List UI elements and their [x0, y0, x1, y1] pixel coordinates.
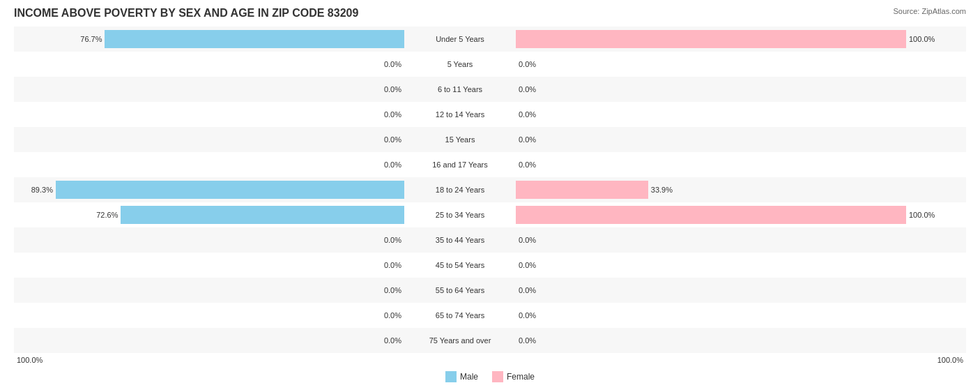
- male-value: 0.0%: [384, 85, 401, 93]
- right-section: 100.0%: [516, 27, 906, 52]
- male-bar: 76.7%: [105, 30, 404, 48]
- age-label: 15 Years: [404, 135, 516, 144]
- bar-row: 72.6%25 to 34 Years100.0%: [14, 202, 966, 227]
- bar-row: 0.0%65 to 74 Years0.0%: [14, 303, 966, 328]
- legend-female-box: [492, 371, 503, 382]
- female-bar: 100.0%: [516, 30, 906, 48]
- bar-row: 0.0%55 to 64 Years0.0%: [14, 278, 966, 303]
- left-section: 0.0%: [14, 303, 404, 328]
- bottom-right-label: 100.0%: [544, 356, 966, 364]
- chart-area: 76.7%Under 5 Years100.0%0.0%5 Years0.0%0…: [14, 27, 966, 353]
- bar-row: 76.7%Under 5 Years100.0%: [14, 27, 966, 52]
- legend-male-label: Male: [460, 372, 478, 382]
- right-section: 33.9%: [516, 177, 906, 202]
- female-bar: 100.0%: [516, 206, 906, 224]
- female-value: 0.0%: [519, 311, 536, 320]
- female-value: 0.0%: [519, 135, 536, 144]
- male-bar: 89.3%: [56, 181, 404, 199]
- male-bar: 72.6%: [121, 206, 404, 224]
- left-section: 72.6%: [14, 202, 404, 227]
- male-value: 76.7%: [80, 35, 102, 43]
- legend: Male Female: [14, 371, 966, 382]
- right-section: 0.0%: [516, 227, 906, 253]
- female-value: 100.0%: [909, 35, 935, 43]
- right-section: 0.0%: [516, 102, 906, 127]
- female-value: 0.0%: [519, 110, 536, 119]
- age-label: 12 to 14 Years: [404, 110, 516, 119]
- female-bar: 33.9%: [516, 181, 648, 199]
- right-section: 0.0%: [516, 328, 906, 353]
- right-section: 100.0%: [516, 202, 906, 227]
- legend-male: Male: [445, 371, 478, 382]
- bar-row: 0.0%16 and 17 Years0.0%: [14, 152, 966, 177]
- male-value: 89.3%: [31, 186, 53, 194]
- legend-female-label: Female: [507, 372, 535, 382]
- male-value: 72.6%: [96, 211, 118, 219]
- chart-title: INCOME ABOVE POVERTY BY SEX AND AGE IN Z…: [14, 7, 358, 20]
- legend-male-box: [445, 371, 457, 382]
- age-label: 16 and 17 Years: [404, 160, 516, 169]
- male-value: 0.0%: [384, 261, 401, 269]
- bar-row: 0.0%45 to 54 Years0.0%: [14, 253, 966, 278]
- left-section: 0.0%: [14, 278, 404, 303]
- age-label: 45 to 54 Years: [404, 261, 516, 269]
- left-section: 0.0%: [14, 253, 404, 278]
- male-value: 0.0%: [384, 135, 401, 144]
- age-label: 75 Years and over: [404, 336, 516, 345]
- bar-row: 0.0%15 Years0.0%: [14, 127, 966, 152]
- age-label: 6 to 11 Years: [404, 85, 516, 93]
- left-section: 0.0%: [14, 227, 404, 253]
- right-section: 0.0%: [516, 77, 906, 102]
- male-value: 0.0%: [384, 336, 401, 345]
- bar-row: 89.3%18 to 24 Years33.9%: [14, 177, 966, 202]
- female-value: 0.0%: [519, 236, 536, 244]
- bar-row: 0.0%35 to 44 Years0.0%: [14, 227, 966, 253]
- female-value: 100.0%: [909, 211, 935, 219]
- female-value: 0.0%: [519, 261, 536, 269]
- female-value: 0.0%: [519, 60, 536, 68]
- bottom-axis: 100.0% 100.0%: [14, 356, 966, 364]
- age-label: 55 to 64 Years: [404, 286, 516, 294]
- bar-row: 0.0%5 Years0.0%: [14, 52, 966, 77]
- left-section: 0.0%: [14, 102, 404, 127]
- male-value: 0.0%: [384, 110, 401, 119]
- female-value: 0.0%: [519, 85, 536, 93]
- right-section: 0.0%: [516, 152, 906, 177]
- age-label: 18 to 24 Years: [404, 186, 516, 194]
- male-value: 0.0%: [384, 60, 401, 68]
- left-section: 0.0%: [14, 77, 404, 102]
- left-section: 0.0%: [14, 127, 404, 152]
- male-value: 0.0%: [384, 286, 401, 294]
- age-label: 65 to 74 Years: [404, 311, 516, 320]
- age-label: Under 5 Years: [404, 35, 516, 43]
- left-section: 0.0%: [14, 328, 404, 353]
- male-value: 0.0%: [384, 236, 401, 244]
- right-section: 0.0%: [516, 253, 906, 278]
- bar-row: 0.0%6 to 11 Years0.0%: [14, 77, 966, 102]
- age-label: 35 to 44 Years: [404, 236, 516, 244]
- left-section: 76.7%: [14, 27, 404, 52]
- bottom-left-label: 100.0%: [14, 356, 436, 364]
- right-section: 0.0%: [516, 52, 906, 77]
- age-label: 25 to 34 Years: [404, 211, 516, 219]
- bar-row: 0.0%12 to 14 Years0.0%: [14, 102, 966, 127]
- male-value: 0.0%: [384, 311, 401, 320]
- female-value: 33.9%: [651, 186, 673, 194]
- source-label: Source: ZipAtlas.com: [893, 7, 966, 15]
- left-section: 89.3%: [14, 177, 404, 202]
- right-section: 0.0%: [516, 278, 906, 303]
- legend-female: Female: [492, 371, 535, 382]
- chart-container: INCOME ABOVE POVERTY BY SEX AND AGE IN Z…: [14, 7, 966, 382]
- age-label: 5 Years: [404, 60, 516, 68]
- left-section: 0.0%: [14, 52, 404, 77]
- female-value: 0.0%: [519, 336, 536, 345]
- male-value: 0.0%: [384, 160, 401, 169]
- female-value: 0.0%: [519, 160, 536, 169]
- female-value: 0.0%: [519, 286, 536, 294]
- right-section: 0.0%: [516, 303, 906, 328]
- chart-header: INCOME ABOVE POVERTY BY SEX AND AGE IN Z…: [14, 7, 966, 20]
- left-section: 0.0%: [14, 152, 404, 177]
- bar-row: 0.0%75 Years and over0.0%: [14, 328, 966, 353]
- right-section: 0.0%: [516, 127, 906, 152]
